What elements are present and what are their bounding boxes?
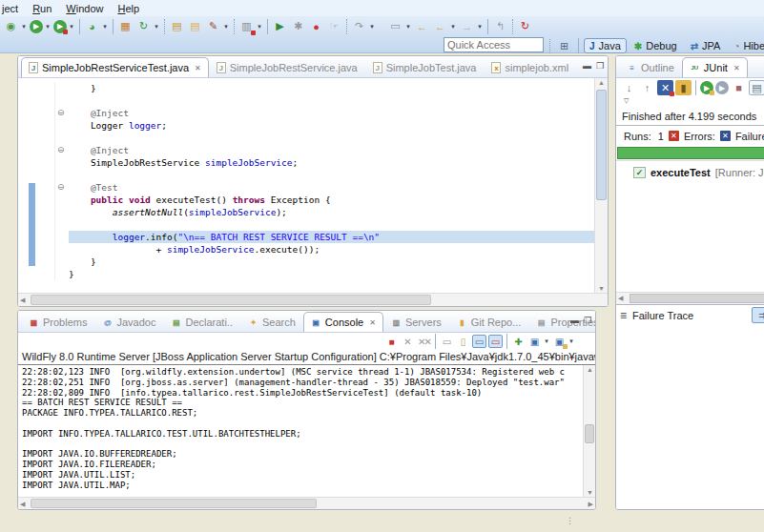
next-annotation-icon[interactable]: ↷	[351, 19, 367, 34]
close-icon[interactable]: ✕	[195, 64, 201, 72]
scrollbar-thumb[interactable]	[630, 294, 764, 303]
rerun-test-icon[interactable]: ▶	[700, 81, 713, 94]
editor-vscrollbar[interactable]	[594, 78, 608, 293]
rerun-failed-icon[interactable]: ▶	[715, 81, 729, 94]
tab-simplejob-xml[interactable]: xsimplejob.xml	[484, 57, 576, 77]
synchronize-repo-icon[interactable]: ↻	[135, 19, 152, 34]
scrollbar-thumb[interactable]	[596, 90, 607, 200]
test-result-item[interactable]: ✓ executeTest [Runner: JUn	[633, 167, 764, 178]
terminate-icon[interactable]: ■	[384, 335, 399, 348]
maximize-icon[interactable]: ❒	[596, 61, 604, 71]
folding-column[interactable]: ⊖⊖⊖	[54, 82, 68, 280]
dropdown-chevron-icon[interactable]: ▾	[568, 338, 575, 345]
dropdown-chevron-icon[interactable]: ▾	[44, 23, 52, 31]
dropdown-chevron-icon[interactable]: ▾	[20, 23, 28, 31]
sash-handle[interactable]: ⋮	[566, 516, 575, 525]
tab-simplejobrestservice-java[interactable]: JSimpleJobRestService.java	[209, 57, 365, 77]
console-hscrollbar[interactable]	[18, 497, 595, 509]
dropdown-chevron-icon[interactable]: ▾	[543, 338, 550, 345]
view-menu-chevron-icon[interactable]: ▽	[616, 97, 764, 108]
next-failure-icon[interactable]: ↓	[621, 80, 637, 95]
progress-spinner-icon[interactable]: ↻	[517, 19, 533, 34]
code-editor[interactable]: ⊖⊖⊖ } @Inject Logger logger; @Inject Sim…	[18, 78, 608, 306]
perspective-hibern[interactable]: ◔Hibern	[728, 38, 764, 53]
code-area[interactable]: } @Inject Logger logger; @Inject SimpleJ…	[69, 82, 595, 280]
failures-only-icon[interactable]: ✕	[657, 80, 673, 95]
close-icon[interactable]: ✕	[369, 318, 376, 327]
tab-javadoc[interactable]: @Javadoc	[94, 312, 163, 332]
quick-access-input[interactable]	[444, 37, 544, 52]
run-junit-icon[interactable]: ▶	[272, 19, 288, 34]
console-output[interactable]: 22:28:02,123 INFO [org.wildfly.extension…	[18, 365, 595, 509]
dropdown-chevron-icon[interactable]: ▾	[222, 23, 230, 31]
tab-simplejobtest-java[interactable]: JSimpleJobTest.java	[365, 57, 485, 77]
terminate-launch-icon[interactable]: ●	[308, 19, 324, 34]
clear-console-icon[interactable]: ▭	[440, 335, 454, 348]
open-folder-icon[interactable]: ▤	[169, 19, 185, 34]
editor-hscrollbar[interactable]	[18, 293, 608, 306]
show-stdout-icon[interactable]: ▭	[472, 335, 486, 348]
last-edit-location-icon[interactable]: ↰	[492, 19, 508, 34]
brush-icon[interactable]: ✎	[205, 19, 221, 34]
dropdown-chevron-icon[interactable]: ▾	[476, 23, 484, 31]
external-tools-icon[interactable]: ◕	[84, 19, 100, 34]
minimize-icon[interactable]: ▬	[583, 61, 591, 71]
perspective-java[interactable]: JJava	[584, 38, 627, 53]
display-console-icon[interactable]: ▣	[527, 335, 542, 348]
back-history-icon[interactable]: ←	[432, 19, 448, 34]
server-icon[interactable]: ▥	[238, 19, 255, 34]
pin-editor-icon[interactable]: ▭	[387, 19, 403, 34]
dropdown-chevron-icon[interactable]: ▾	[101, 23, 109, 31]
run-icon[interactable]: ▶	[30, 20, 43, 33]
menu-help[interactable]: Help	[117, 3, 139, 14]
dropdown-chevron-icon[interactable]: ▾	[368, 23, 376, 31]
open-perspective-icon[interactable]: ⊞	[556, 38, 572, 53]
tab-junit[interactable]: JUJUnit✕	[682, 57, 748, 77]
pin-console-icon[interactable]: ✚	[511, 335, 526, 348]
perspective-debug[interactable]: ✱Debug	[629, 38, 683, 53]
tab-problems[interactable]: ▦Problems	[21, 312, 94, 332]
menu-window[interactable]: Window	[66, 3, 103, 14]
dropdown-chevron-icon[interactable]: ▾	[68, 23, 75, 31]
forward-icon[interactable]: →	[459, 19, 475, 34]
stack-trace-filter-button[interactable]: ⇉	[752, 307, 764, 323]
minimize-icon[interactable]: ▬	[570, 316, 579, 325]
maximize-icon[interactable]: ❒	[584, 316, 591, 325]
tab-git-repo[interactable]: ▮Git Repo...	[449, 312, 529, 332]
dropdown-chevron-icon[interactable]: ▾	[256, 23, 263, 31]
tab-simplejobrestservicetest-java[interactable]: JSimpleJobRestServiceTest.java✕	[21, 57, 209, 77]
remove-all-launches-icon[interactable]: ✕✕	[417, 335, 431, 348]
close-icon[interactable]: ✕	[733, 64, 740, 72]
fold-marker-icon[interactable]: ⊖	[57, 144, 65, 156]
dropdown-chevron-icon[interactable]: ▾	[153, 23, 160, 31]
menu-run[interactable]: Run	[32, 3, 52, 14]
dropdown-chevron-icon[interactable]: ▾	[449, 23, 457, 31]
tab-declarati[interactable]: ▤Declarati..	[163, 312, 240, 332]
failure-trace-body[interactable]	[616, 325, 764, 509]
tab-servers[interactable]: ▥Servers	[383, 312, 449, 332]
scrollbar-thumb[interactable]	[31, 499, 317, 508]
open-console-icon[interactable]: ▣	[552, 335, 567, 348]
fold-marker-icon[interactable]: ⊖	[57, 181, 65, 194]
debug-icon[interactable]: ◉	[3, 19, 19, 34]
menu-ject[interactable]: ject	[2, 3, 18, 14]
run-configurations-icon[interactable]: ▶	[53, 20, 67, 33]
hand-icon[interactable]: ☞	[326, 19, 342, 34]
previous-failure-icon[interactable]: ↑	[639, 80, 655, 95]
test-history-icon[interactable]: ▤	[749, 80, 764, 95]
folder-icon[interactable]: ▤	[187, 19, 203, 34]
fold-marker-icon[interactable]: ⊖	[57, 107, 65, 119]
perspective-jpa[interactable]: ⇄JPA	[685, 38, 727, 53]
ant-icon[interactable]: ✱	[290, 19, 306, 34]
new-java-project-icon[interactable]: ▦	[117, 19, 134, 34]
junit-hscrollbar[interactable]	[616, 292, 764, 304]
show-stderr-icon[interactable]: ▭	[488, 335, 503, 348]
back-icon[interactable]: ←	[414, 19, 430, 34]
dropdown-chevron-icon[interactable]: ▾	[404, 23, 412, 31]
scrollbar-thumb[interactable]	[585, 424, 594, 443]
console-vscrollbar[interactable]	[583, 365, 595, 497]
scroll-lock-icon[interactable]: ▮	[675, 80, 692, 95]
tab-outline[interactable]: ≡Outline	[619, 57, 682, 77]
scrollbar-thumb[interactable]	[31, 295, 431, 305]
remove-launch-icon[interactable]: ✕	[401, 335, 415, 348]
